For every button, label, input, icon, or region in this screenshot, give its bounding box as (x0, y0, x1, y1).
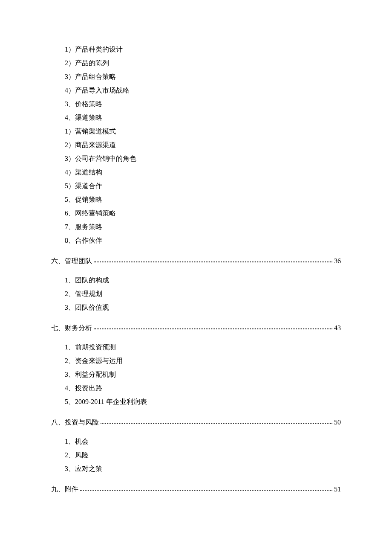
toc-sub-item: 1、前期投资预测 (51, 340, 341, 354)
toc-sub-item: 2、资金来源与运用 (51, 354, 341, 368)
section-subs-group: 1、团队的构成 2、管理规划 3、团队价值观 (51, 273, 341, 314)
toc-page-number: 43 (334, 324, 341, 332)
toc-sub-item: 1、团队的构成 (51, 273, 341, 287)
toc-page-number: 36 (334, 257, 341, 265)
toc-sub-item: 3、价格策略 (51, 97, 341, 111)
toc-sub-item: 7、服务策略 (51, 220, 341, 234)
pre-items-group: 1）产品种类的设计 2）产品的陈列 3）产品组合策略 4）产品导入市场战略 3、… (51, 43, 341, 247)
toc-section-row: 七、财务分析 43 (51, 324, 341, 333)
toc-sub-item: 4）渠道结构 (51, 166, 341, 179)
toc-sub-item: 2）产品的陈列 (51, 56, 341, 70)
toc-sub-item: 5）渠道合作 (51, 179, 341, 193)
toc-sub-item: 2、管理规划 (51, 287, 341, 301)
toc-sub-item: 4）产品导入市场战略 (51, 84, 341, 97)
toc-leader-dots (101, 423, 332, 424)
toc-section-title: 六、管理团队 (51, 257, 92, 266)
toc-sub-item: 1）营销渠道模式 (51, 125, 341, 138)
toc-sub-item: 2、风险 (51, 448, 341, 462)
toc-section-title: 八、投资与风险 (51, 418, 99, 427)
toc-sub-item: 2）商品来源渠道 (51, 138, 341, 152)
toc-leader-dots (94, 328, 332, 329)
toc-section-row: 九、附件 51 (51, 485, 341, 494)
toc-section-row: 八、投资与风险 50 (51, 418, 341, 427)
toc-sub-item: 3）公司在营销中的角色 (51, 152, 341, 166)
toc-leader-dots (80, 490, 332, 491)
toc-sub-item: 5、2009-2011 年企业利润表 (51, 395, 341, 409)
toc-sub-item: 1）产品种类的设计 (51, 43, 341, 56)
toc-sub-item: 3、应对之策 (51, 462, 341, 476)
toc-sub-item: 4、投资出路 (51, 381, 341, 395)
toc-sub-item: 3、利益分配机制 (51, 368, 341, 381)
toc-sub-item: 4、渠道策略 (51, 111, 341, 125)
toc-page-number: 51 (334, 485, 341, 493)
section-subs-group: 1、前期投资预测 2、资金来源与运用 3、利益分配机制 4、投资出路 5、200… (51, 340, 341, 409)
section-subs-group: 1、机会 2、风险 3、应对之策 (51, 435, 341, 476)
toc-sub-item: 6、网络营销策略 (51, 206, 341, 220)
toc-sub-item: 8、合作伙伴 (51, 234, 341, 247)
toc-section-title: 九、附件 (51, 485, 78, 494)
toc-section-title: 七、财务分析 (51, 324, 92, 333)
toc-section-row: 六、管理团队 36 (51, 257, 341, 266)
toc-page: 1）产品种类的设计 2）产品的陈列 3）产品组合策略 4）产品导入市场战略 3、… (0, 0, 392, 494)
toc-leader-dots (94, 262, 332, 262)
toc-sub-item: 3、团队价值观 (51, 301, 341, 314)
toc-sub-item: 1、机会 (51, 435, 341, 448)
toc-page-number: 50 (334, 418, 341, 426)
toc-sub-item: 3）产品组合策略 (51, 70, 341, 84)
toc-sub-item: 5、促销策略 (51, 193, 341, 206)
